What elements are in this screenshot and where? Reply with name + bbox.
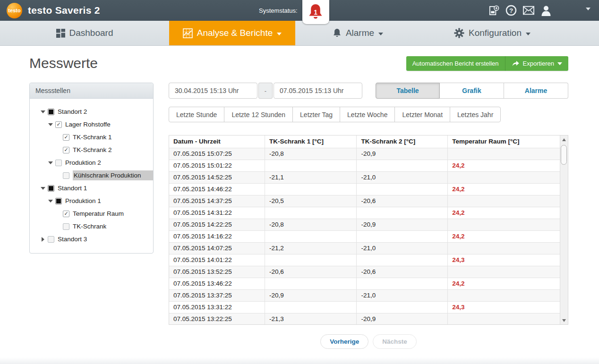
cell-temperatur-raum: 24,2 bbox=[448, 230, 560, 242]
nav-item-analyse-berichte[interactable]: Analyse & Berichte bbox=[169, 21, 295, 45]
help-icon[interactable]: ? bbox=[505, 5, 517, 16]
tree-item[interactable]: ✓Lager Rohstoffe bbox=[30, 118, 153, 131]
tree-checkbox-checked[interactable]: ✓ bbox=[63, 147, 69, 153]
nav-label: Dashboard bbox=[69, 28, 113, 38]
quick-range-button[interactable]: Letzter Monat bbox=[394, 107, 450, 122]
tree-item[interactable]: Produktion 2 bbox=[30, 156, 153, 169]
tree-checkbox-checked[interactable]: ✓ bbox=[55, 121, 62, 128]
tree-checkbox-partial[interactable] bbox=[48, 185, 54, 192]
quick-range-button[interactable]: Letzte Stunde bbox=[169, 107, 224, 122]
cell-tk-schrank-1 bbox=[265, 301, 357, 313]
nav-item-alarme[interactable]: Alarme bbox=[295, 21, 420, 45]
cell-datetime: 07.05.2015 14:01:22 bbox=[169, 254, 265, 266]
systemstatus-label: Systemstatus: bbox=[259, 7, 298, 14]
tree-item[interactable]: Standort 2 bbox=[30, 105, 153, 118]
export-button[interactable]: Exportieren bbox=[505, 56, 568, 71]
cell-temperatur-raum bbox=[448, 171, 560, 183]
tree-item[interactable]: Standort 3 bbox=[30, 233, 153, 245]
gear-icon bbox=[454, 28, 464, 38]
tree-item[interactable]: Kühlschrank Produktion bbox=[30, 169, 153, 182]
quick-range-button[interactable]: Letzte 12 Stunden bbox=[224, 107, 293, 122]
date-from-input[interactable] bbox=[169, 83, 257, 99]
column-header-tk2: TK-Schrank 2 [°C] bbox=[357, 135, 448, 148]
table-row: 07.05.2015 13:22:25-21,3-20,9 bbox=[169, 313, 560, 325]
cell-tk-schrank-1: -21,2 bbox=[265, 242, 357, 254]
tree-checkbox-unchecked[interactable] bbox=[48, 236, 54, 243]
tree-item[interactable]: ✓TK-Schrank 2 bbox=[30, 144, 153, 156]
table-row: 07.05.2015 14:46:2224,2 bbox=[169, 183, 560, 195]
header-menu-caret-icon[interactable] bbox=[586, 8, 590, 10]
export-label: Exportieren bbox=[523, 60, 554, 67]
tab-grafik[interactable]: Grafik bbox=[440, 83, 504, 99]
cell-tk-schrank-1: -20,9 bbox=[265, 289, 357, 301]
nav-item-dashboard[interactable]: Dashboard bbox=[0, 21, 169, 45]
tree-expander-open-icon[interactable] bbox=[47, 161, 54, 164]
date-range-separator: - bbox=[258, 83, 273, 99]
tree-checkbox-unchecked[interactable] bbox=[63, 172, 69, 179]
scrollbar-thumb[interactable] bbox=[561, 145, 567, 165]
tree-item-label: Temperatur Raum bbox=[73, 210, 124, 217]
alarm-bell-icon: 1 bbox=[308, 3, 324, 21]
tree-checkbox-partial[interactable] bbox=[55, 198, 62, 204]
cell-tk-schrank-2 bbox=[357, 301, 448, 313]
tree-checkbox-checked[interactable]: ✓ bbox=[63, 211, 69, 217]
cell-tk-schrank-2 bbox=[357, 278, 448, 289]
cell-datetime: 07.05.2015 13:46:22 bbox=[169, 278, 265, 289]
tree-item[interactable]: Standort 1 bbox=[30, 182, 153, 195]
mail-icon[interactable] bbox=[523, 5, 534, 16]
user-icon[interactable] bbox=[540, 5, 552, 16]
tree-expander-open-icon[interactable] bbox=[39, 187, 46, 190]
tree-expander-closed-icon[interactable] bbox=[39, 237, 46, 242]
previous-page-button[interactable]: Vorherige bbox=[320, 334, 368, 349]
table-header-row: Datum - Uhrzeit TK-Schrank 1 [°C] TK-Sch… bbox=[169, 135, 560, 148]
cell-temperatur-raum bbox=[448, 195, 560, 207]
quick-range-button[interactable]: Letztes Jahr bbox=[450, 107, 501, 122]
new-report-icon[interactable] bbox=[488, 5, 499, 16]
cell-tk-schrank-1: -20,5 bbox=[265, 195, 357, 207]
systemstatus-alarm-badge[interactable]: 1 bbox=[302, 0, 329, 24]
cell-datetime: 07.05.2015 13:31:22 bbox=[169, 301, 265, 313]
tree-checkbox-partial[interactable] bbox=[48, 109, 54, 115]
create-auto-report-button[interactable]: Automatischen Bericht erstellen bbox=[406, 56, 505, 71]
main-column: - Tabelle Grafik Alarme Letzte StundeLet… bbox=[169, 83, 568, 349]
cell-tk-schrank-2: -21,0 bbox=[357, 289, 448, 301]
tree-checkbox-unchecked[interactable] bbox=[63, 223, 69, 230]
alarm-count: 1 bbox=[308, 8, 324, 16]
tree-item-label: Produktion 1 bbox=[65, 197, 101, 204]
scroll-up-icon[interactable] bbox=[560, 135, 568, 144]
page-title: Messwerte bbox=[29, 55, 98, 71]
tree-item-label: TK-Schrank 2 bbox=[73, 146, 112, 153]
cell-temperatur-raum: 24,2 bbox=[448, 183, 560, 195]
cell-tk-schrank-1 bbox=[265, 160, 357, 171]
cell-datetime: 07.05.2015 14:16:22 bbox=[169, 230, 265, 242]
cell-tk-schrank-1: -21,3 bbox=[265, 313, 357, 325]
analysis-chart-icon bbox=[183, 28, 193, 38]
tab-tabelle[interactable]: Tabelle bbox=[376, 83, 440, 99]
table-scrollbar[interactable] bbox=[560, 135, 568, 324]
tab-alarme[interactable]: Alarme bbox=[504, 83, 568, 99]
action-button-group: Automatischen Bericht erstellen Exportie… bbox=[406, 56, 568, 71]
cell-tk-schrank-1: -20,8 bbox=[265, 219, 357, 230]
quick-range-button[interactable]: Letzter Tag bbox=[292, 107, 340, 122]
nav-item-konfiguration[interactable]: Konfiguration bbox=[420, 21, 599, 45]
tree-checkbox-unchecked[interactable] bbox=[55, 160, 62, 166]
tree-item[interactable]: ✓TK-Schrank 1 bbox=[30, 131, 153, 144]
tree-expander-open-icon[interactable] bbox=[39, 110, 46, 113]
tree-item[interactable]: Produktion 1 bbox=[30, 195, 153, 207]
pagination: Vorherige Nächste bbox=[169, 334, 568, 349]
date-to-input[interactable] bbox=[274, 83, 362, 99]
tree-item[interactable]: TK-Schrank bbox=[30, 220, 153, 233]
cell-tk-schrank-2: -20,9 bbox=[357, 313, 448, 325]
svg-text:?: ? bbox=[509, 7, 513, 14]
tree-checkbox-checked[interactable]: ✓ bbox=[63, 134, 69, 141]
nav-label: Analyse & Berichte bbox=[197, 28, 273, 38]
tree-item-label: Produktion 2 bbox=[65, 159, 101, 166]
tree-item[interactable]: ✓Temperatur Raum bbox=[30, 207, 153, 220]
next-page-button[interactable]: Nächste bbox=[373, 334, 417, 349]
cell-datetime: 07.05.2015 14:46:22 bbox=[169, 183, 265, 195]
cell-tk-schrank-1 bbox=[265, 254, 357, 266]
tree-expander-open-icon[interactable] bbox=[47, 200, 54, 203]
scroll-down-icon[interactable] bbox=[560, 316, 568, 324]
quick-range-button[interactable]: Letzte Woche bbox=[340, 107, 395, 122]
tree-expander-open-icon[interactable] bbox=[47, 123, 54, 126]
